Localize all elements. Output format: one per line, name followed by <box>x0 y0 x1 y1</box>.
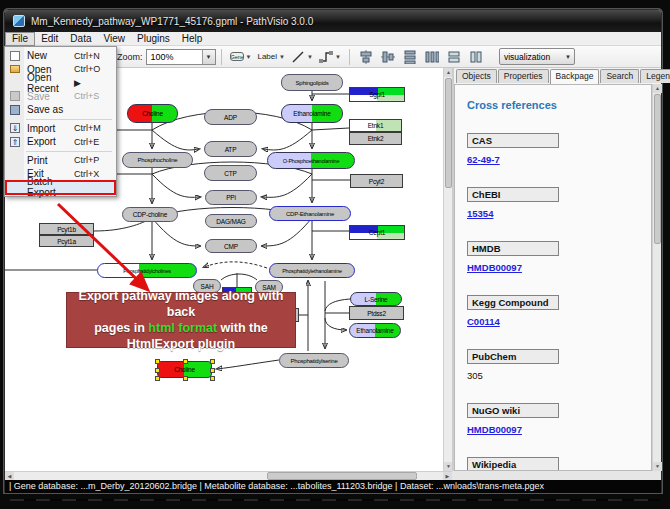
screenshot-frame: Mm_Kennedy_pathway_WP1771_45176.gpml - P… <box>0 0 670 509</box>
xref-link[interactable]: HMDB00097 <box>467 262 651 273</box>
selection-handle[interactable] <box>155 368 160 373</box>
file-menu-item-open-recent[interactable]: Open Recent▶ <box>6 76 115 90</box>
pathway-node-ethanolamine[interactable]: Ethanolamine <box>281 104 343 123</box>
distribute-horizontal-icon[interactable] <box>424 49 440 65</box>
pathway-node-cept1[interactable]: Cept1 <box>349 225 405 240</box>
pathway-node-ethanolamine[interactable]: Ethanolamine <box>349 323 401 338</box>
tab-backpage[interactable]: Backpage <box>550 69 600 84</box>
callout-text: pages in <box>94 321 148 335</box>
file-menu-item-new[interactable]: NewCtrl+N <box>6 49 115 63</box>
scrollbar-thumb[interactable] <box>267 472 417 480</box>
common-width-icon[interactable] <box>446 49 462 65</box>
chevron-down-icon[interactable]: ▼ <box>307 54 313 60</box>
menu-view[interactable]: View <box>97 32 131 46</box>
file-menu-item-batch-export[interactable]: Batch Export <box>6 181 115 195</box>
pathway-node-adp[interactable]: ADP <box>204 109 257 125</box>
chevron-down-icon[interactable]: ▼ <box>279 54 285 60</box>
scroll-up-icon[interactable]: ▲ <box>653 84 662 93</box>
distribute-vertical-icon[interactable] <box>402 49 418 65</box>
xref-link[interactable]: HMDB00097 <box>467 424 651 435</box>
selection-handle[interactable] <box>155 376 160 381</box>
menu-shortcut: Ctrl+E <box>74 137 112 147</box>
menu-separator <box>26 119 112 120</box>
title-bar[interactable]: Mm_Kennedy_pathway_WP1771_45176.gpml - P… <box>5 10 661 32</box>
xref-link[interactable]: C00114 <box>467 316 651 327</box>
toolbar-separator <box>349 49 350 65</box>
backpage-section-nugo-wiki: NuGO wikiHMDB00097 <box>467 403 651 435</box>
pathway-node-pcyt2[interactable]: Pcyt2 <box>350 174 403 188</box>
selection-handle[interactable] <box>210 376 215 381</box>
tab-properties[interactable]: Properties <box>498 69 549 83</box>
common-height-icon[interactable] <box>468 49 484 65</box>
file-menu-item-export[interactable]: ⇑ExportCtrl+E <box>6 135 115 149</box>
align-horizontal-center-icon[interactable] <box>358 49 374 65</box>
menu-data[interactable]: Data <box>64 32 97 46</box>
pathway-node-cdp-choline[interactable]: CDP-choline <box>122 207 178 222</box>
datanode-tool-button[interactable]: Gene ▼ <box>228 48 254 66</box>
connector-tool-button[interactable]: ▼ <box>317 48 343 66</box>
section-title: Wikipedia <box>467 457 559 471</box>
pathway-node-l-serine[interactable]: L-Serine <box>350 292 402 306</box>
selection-handle[interactable] <box>183 376 188 381</box>
file-menu-item-save[interactable]: SaveCtrl+S <box>6 90 115 104</box>
pathway-node-etnk2[interactable]: Etnk2 <box>349 132 402 145</box>
pathway-node-dag-mag[interactable]: DAG/MAG <box>205 214 257 228</box>
pathway-node-sgpl1[interactable]: Sgpl1 <box>349 87 405 102</box>
scroll-left-icon[interactable]: ◀ <box>5 472 14 480</box>
xref-link[interactable]: 62-49-7 <box>467 154 651 165</box>
pathway-node-ctp[interactable]: CTP <box>204 165 257 181</box>
pathway-node-phosphatidylcholines[interactable]: Phosphatidylcholines <box>97 263 197 278</box>
canvas-vertical-scrollbar[interactable]: ▲ ▼ <box>443 68 452 471</box>
tab-search[interactable]: Search <box>600 69 639 83</box>
menu-help[interactable]: Help <box>176 32 209 46</box>
pathway-node-choline[interactable]: Choline <box>157 361 212 378</box>
selection-handle[interactable] <box>210 359 215 364</box>
menu-plugins[interactable]: Plugins <box>131 32 176 46</box>
backpage-section-cas: CAS62-49-7 <box>467 133 651 165</box>
pathway-node-pcyt1b[interactable]: Pcyt1b <box>39 223 94 235</box>
canvas-horizontal-scrollbar[interactable]: ◀ ▶ <box>5 471 452 480</box>
pathway-node-phosphocholine[interactable]: Phosphocholine <box>122 152 193 168</box>
pathway-node-cmp[interactable]: CMP <box>205 239 257 253</box>
tab-legend[interactable]: Legend <box>640 69 670 83</box>
file-menu-item-print[interactable]: PrintCtrl+P <box>6 154 115 168</box>
file-menu-item-save-as[interactable]: Save as <box>6 103 115 117</box>
pathway-node-etnk1[interactable]: Etnk1 <box>349 119 402 132</box>
pathway-node-phosphatidylethanolamine[interactable]: Phosphatidylethanolamine <box>269 263 355 278</box>
scrollbar-thumb[interactable] <box>654 94 661 244</box>
chevron-down-icon[interactable]: ▼ <box>335 54 341 60</box>
pathway-node-atp[interactable]: ATP <box>204 141 257 157</box>
menu-item-label: Batch Export <box>27 176 74 198</box>
selection-handle[interactable] <box>183 359 188 364</box>
file-menu-item-import[interactable]: ⇓ImportCtrl+M <box>6 122 115 136</box>
pathway-node-ptdss2[interactable]: Ptdss2 <box>349 306 404 320</box>
callout-line: pages in html format with the <box>67 320 295 336</box>
selection-handle[interactable] <box>210 368 215 373</box>
menu-file[interactable]: File <box>5 32 35 46</box>
align-vertical-center-icon[interactable] <box>380 49 396 65</box>
zoom-combobox[interactable]: 100% ▼ <box>146 49 216 65</box>
pathway-node-o-phosphoethanolamine[interactable]: O-Phosphoethanolamine <box>267 152 355 169</box>
pathway-node-ppi[interactable]: PPi <box>205 190 257 205</box>
backpage-section-pubchem: PubChem305 <box>467 349 651 381</box>
visualization-combobox[interactable]: visualization ▼ <box>499 48 575 65</box>
pathway-node-pcyt1a[interactable]: Pcyt1a <box>39 235 94 247</box>
pathway-node-sphingolipids[interactable]: Sphingolipids <box>281 74 343 91</box>
selection-handle[interactable] <box>155 359 160 364</box>
sidebar-vertical-scrollbar[interactable]: ▲ ▼ <box>652 84 661 471</box>
menu-edit[interactable]: Edit <box>35 32 64 46</box>
pathway-node-phosphatidylserine[interactable]: Phosphatidylserine <box>279 353 349 368</box>
pathway-node-choline[interactable]: Choline <box>127 104 178 123</box>
file-menu-dropdown: NewCtrl+NOpenCtrl+OOpen Recent▶SaveCtrl+… <box>4 46 117 197</box>
tab-objects[interactable]: Objects <box>456 69 497 83</box>
scrollbar-thumb[interactable] <box>445 78 452 188</box>
label-tool-button[interactable]: Label ▼ <box>255 48 287 66</box>
chevron-down-icon[interactable]: ▼ <box>202 50 215 64</box>
pathway-node-cdp-ethanolamine[interactable]: CDP-Ethanolamine <box>269 206 351 221</box>
scroll-down-icon[interactable]: ▼ <box>653 462 662 471</box>
line-tool-button[interactable]: ▼ <box>289 48 315 66</box>
xref-link[interactable]: 15354 <box>467 208 651 219</box>
chevron-down-icon[interactable]: ▼ <box>562 54 574 60</box>
chevron-down-icon[interactable]: ▼ <box>246 54 252 60</box>
scroll-right-icon[interactable]: ▶ <box>443 472 452 480</box>
